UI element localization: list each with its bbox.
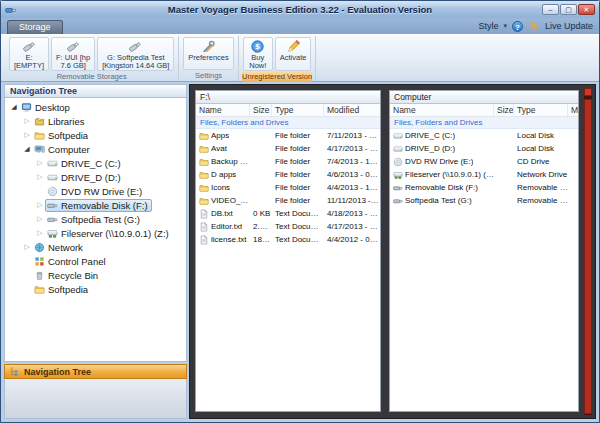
column-header-size[interactable]: Size: [250, 104, 272, 116]
tree-item-body: DRIVE_C (C:): [45, 157, 125, 170]
window-controls: – ▢ ✕: [542, 4, 595, 15]
tree-item-control-panel[interactable]: Control Panel: [5, 254, 186, 268]
column-header-modified[interactable]: Modified: [324, 104, 380, 116]
tree-item-computer[interactable]: ◢Computer: [5, 142, 186, 156]
navigation-tree-button[interactable]: Navigation Tree: [4, 364, 187, 379]
tree-item-network[interactable]: ▷Network: [5, 240, 186, 254]
tree-item-softpedia-test-g[interactable]: ▷Softpedia Test (G:): [5, 212, 186, 226]
expand-arrow-icon[interactable]: ◢: [22, 145, 32, 153]
expand-arrow-icon[interactable]: ◢: [9, 103, 19, 111]
tree-item-dvd-rw-drive-e[interactable]: DVD RW Drive (E:): [5, 184, 186, 198]
sidebar: Navigation Tree ◢Desktop▷Libraries▷Softp…: [4, 84, 187, 419]
expand-arrow-icon[interactable]: ▷: [35, 173, 45, 181]
tree-item-libraries[interactable]: ▷Libraries: [5, 114, 186, 128]
button-label: 7.6 GB]: [60, 62, 85, 70]
minimize-button[interactable]: –: [542, 4, 559, 15]
column-header-type[interactable]: Type: [272, 104, 324, 116]
ribbon-group-label: Settings: [182, 70, 234, 81]
column-header-size[interactable]: Size: [494, 104, 514, 116]
scrollbar-thumb[interactable]: [584, 99, 592, 414]
folder-icon: [199, 196, 209, 206]
preferences-button[interactable]: Preferences: [183, 37, 233, 70]
help-icon[interactable]: ?: [512, 21, 523, 32]
file-row-d-apps[interactable]: D appsFile folder4/6/2013 - 04:35:48: [196, 168, 380, 181]
tree-item-desktop[interactable]: ◢Desktop: [5, 100, 186, 114]
navigation-tree-button-label: Navigation Tree: [24, 367, 91, 377]
button-label: [EMPTY]: [14, 62, 44, 70]
file-row-editor-txt[interactable]: Editor.txt2.4 KBText Document4/17/2013 -…: [196, 220, 380, 233]
expand-arrow-icon[interactable]: ▷: [35, 201, 45, 209]
tree-item-body: Computer: [32, 143, 94, 156]
file-name: DVD RW Drive (E:): [405, 157, 473, 166]
tree-item-drive-c-c[interactable]: ▷DRIVE_C (C:): [5, 156, 186, 170]
column-header-type[interactable]: Type: [514, 104, 568, 116]
file-row-backup-test[interactable]: Backup TestFile folder7/4/2013 - 18:35:1…: [196, 155, 380, 168]
file-row-icons[interactable]: IconsFile folder4/4/2013 - 10:34:21: [196, 181, 380, 194]
tree-item-softpedia[interactable]: ▷Softpedia: [5, 128, 186, 142]
tree-item-body: DRIVE_D (D:): [45, 171, 125, 184]
expand-arrow-icon[interactable]: ▷: [35, 159, 45, 167]
style-menu[interactable]: Style: [478, 21, 498, 31]
cell-name: Fileserver (\\10.9.0.1) (Z:): [390, 170, 494, 180]
panel-title: F:\: [196, 91, 380, 104]
expand-arrow-icon[interactable]: ▷: [22, 131, 32, 139]
buy-now-button[interactable]: $BuyNow!: [243, 37, 273, 71]
scroll-up-button[interactable]: [584, 88, 592, 96]
expand-arrow-icon[interactable]: ▷: [22, 117, 32, 125]
network-icon: [34, 242, 45, 253]
usbdrive-icon: [22, 39, 37, 54]
cell-modified: 7/11/2013 - 04:35:40: [324, 131, 380, 140]
tree-item-fileserver-10-9-0-1-z[interactable]: ▷Fileserver (\\10.9.0.1) (Z:): [5, 226, 186, 240]
ribbon-group-label: Removable Storages: [8, 71, 175, 82]
tree-item-drive-d-d[interactable]: ▷DRIVE_D (D:): [5, 170, 186, 184]
column-header-name[interactable]: Name: [196, 104, 250, 116]
tree-item-label: Desktop: [35, 102, 70, 113]
file-row-license-txt[interactable]: license.txt18 KBText Document4/4/2012 - …: [196, 233, 380, 246]
file-row-apps[interactable]: AppsFile folder7/11/2013 - 04:35:40: [196, 129, 380, 142]
tab-storage[interactable]: Storage: [7, 20, 63, 34]
file-row-fileserver-10-9-0-1-z[interactable]: Fileserver (\\10.9.0.1) (Z:)Network Driv…: [390, 168, 578, 181]
cell-size: 2.4 KB: [250, 222, 272, 231]
file-row-drive-c-c[interactable]: DRIVE_C (C:)Local Disk: [390, 129, 578, 142]
tree-item-softpedia[interactable]: Softpedia: [5, 282, 186, 296]
vertical-scrollbar[interactable]: [584, 88, 592, 415]
panel-title: Computer: [390, 91, 578, 104]
ribbon-group-label: Unregistered Version: [242, 71, 313, 82]
tree-item-body: Recycle Bin: [32, 269, 102, 282]
close-button[interactable]: ✕: [578, 4, 595, 15]
expand-arrow-icon[interactable]: ▷: [35, 215, 45, 223]
drive-e-button[interactable]: E:[EMPTY]: [9, 37, 49, 71]
expand-arrow-icon[interactable]: ▷: [35, 229, 45, 237]
file-name: Backup Test: [211, 157, 250, 166]
file-row-avat[interactable]: AvatFile folder4/17/2013 - 04:45:56: [196, 142, 380, 155]
maximize-button[interactable]: ▢: [560, 4, 577, 15]
file-row-softpedia-test-g[interactable]: Softpedia Test (G:)Removable Disk: [390, 194, 578, 207]
tabrow-right-controls: Style ▾ ? Live Update: [478, 20, 593, 34]
chevron-down-icon[interactable]: ▾: [503, 22, 507, 30]
tree-item-removable-disk-f[interactable]: ▷Removable Disk (F:): [5, 198, 186, 212]
file-panel-f: F:\NameSizeTypeModifiedFiles, Folders an…: [195, 90, 381, 412]
file-row-dvd-rw-drive-e[interactable]: DVD RW Drive (E:)CD Drive: [390, 155, 578, 168]
expand-arrow-icon[interactable]: ▷: [22, 243, 32, 251]
tree-item-body: Control Panel: [32, 255, 110, 268]
live-update-label[interactable]: Live Update: [545, 21, 593, 31]
main-area: F:\NameSizeTypeModifiedFiles, Folders an…: [189, 84, 596, 419]
file-row-removable-disk-f[interactable]: Removable Disk (F:)Removable Disk: [390, 181, 578, 194]
drive-g-button[interactable]: G: Softpedia Test[Kingston 14.64 GB]: [97, 37, 174, 71]
cell-modified: 4/18/2013 - 06:06:44: [324, 209, 380, 218]
live-update-icon[interactable]: [528, 20, 540, 32]
tree-item-recycle-bin[interactable]: Recycle Bin: [5, 268, 186, 282]
file-row-video-ts[interactable]: VIDEO_TSFile folder11/11/2013 - 10:24:50: [196, 194, 380, 207]
activate-button[interactable]: Activate: [275, 37, 312, 71]
ribbon-group-settings: PreferencesSettings: [179, 36, 238, 81]
usbdrive-icon: [128, 39, 143, 54]
column-header-modified[interactable]: Modified: [568, 104, 578, 116]
cell-type: File folder: [272, 144, 324, 153]
file-name: DB.txt: [211, 209, 233, 218]
column-header-name[interactable]: Name: [390, 104, 494, 116]
libraries-icon: [34, 116, 45, 127]
usb-icon: [47, 200, 58, 211]
file-row-db-txt[interactable]: DB.txt0 KBText Document4/18/2013 - 06:06…: [196, 207, 380, 220]
drive-f-button[interactable]: F: UUI [hp7.6 GB]: [51, 37, 95, 71]
file-row-drive-d-d[interactable]: DRIVE_D (D:)Local Disk: [390, 142, 578, 155]
